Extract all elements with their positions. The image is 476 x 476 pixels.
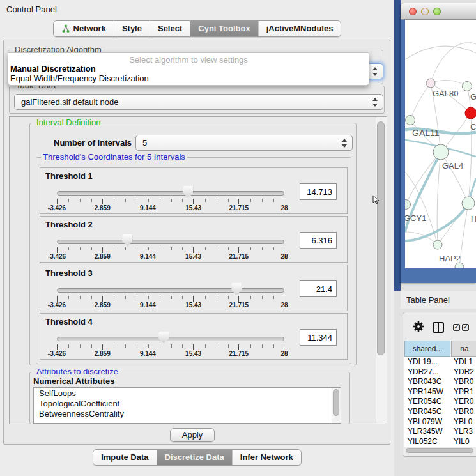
control-panel: Control Panel ✖ Network Style Select Cyn… (0, 0, 394, 476)
attributes-scrollbar-thumb[interactable] (333, 389, 339, 416)
tab-infer-network[interactable]: Infer Network (232, 450, 301, 465)
tick-label: -3.426 (48, 302, 66, 309)
list-item[interactable]: TopologicalCoefficient (34, 398, 341, 408)
list-item[interactable]: SelfLoops (34, 388, 341, 398)
node-table[interactable]: YDL19...YDL1 YDR27...YDR2 YBR043CYBR0 YP… (404, 357, 476, 447)
table-row[interactable]: YDR27...YDR2 (404, 367, 476, 378)
threshold-1-panel: Threshold 1 -3.426 2.859 9.144 15.43 21.… (40, 167, 348, 214)
tab-impute-data[interactable]: Impute Data (93, 450, 156, 465)
threshold-3-label: Threshold 3 (45, 268, 93, 278)
network-node[interactable] (462, 197, 475, 210)
network-node[interactable] (405, 200, 411, 210)
threshold-1-slider[interactable] (57, 191, 284, 196)
threshold-2-slider-thumb[interactable] (122, 234, 132, 247)
tick-label: 2.859 (95, 253, 111, 260)
node-label: GCY1 (405, 213, 426, 223)
interval-definition-label: Interval Definition (35, 118, 102, 127)
slider-ticks (57, 199, 284, 204)
minimize-traffic-light[interactable] (421, 8, 429, 15)
node-label: GAL11 (412, 128, 440, 138)
tick-label: 15.43 (185, 253, 201, 260)
tab-discretize-data[interactable]: Discretize Data (157, 450, 232, 465)
attributes-group-label: Attributes to discretize (35, 367, 120, 376)
dropdown-option-equal-width[interactable]: Equal Width/Frequency Discretization (8, 73, 369, 83)
threshold-4-value-field[interactable] (300, 329, 337, 346)
table-row[interactable]: YER054CYER0 (404, 397, 476, 407)
network-node[interactable] (426, 79, 435, 88)
tick-label: 9.144 (140, 204, 156, 211)
table-row[interactable]: YIL052CYIL0 (404, 437, 476, 447)
tick-label: 28 (280, 302, 288, 309)
tick-label: 28 (280, 204, 288, 211)
settings-scrollbar-thumb[interactable] (377, 121, 385, 355)
checkbox-icon[interactable]: ✓ (462, 324, 469, 331)
network-node[interactable] (433, 240, 442, 249)
tab-cyni-toolbox[interactable]: Cyni Toolbox (190, 21, 257, 36)
threshold-4-slider[interactable] (57, 337, 284, 341)
mouse-cursor (372, 195, 380, 204)
stepper-arrows-icon (342, 139, 348, 148)
table-row[interactable]: YPR145WYPR1 (404, 387, 476, 397)
numerical-attributes-label: Numerical Attributes (33, 376, 114, 386)
bottom-tabbar: Impute Data Discretize Data Infer Networ… (0, 449, 394, 466)
table-panel-title: Table Panel (406, 295, 450, 305)
network-icon (61, 24, 70, 33)
tick-label: -3.426 (48, 204, 66, 211)
node-label-clipped: GA (470, 92, 476, 102)
network-window-titlebar[interactable] (401, 3, 476, 20)
numerical-attributes-list[interactable]: SelfLoops TopologicalCoefficient Between… (33, 387, 341, 424)
node-label: HAP2 (439, 254, 461, 263)
network-node[interactable] (463, 82, 472, 91)
table-row[interactable]: YDL19...YDL1 (404, 357, 476, 367)
tick-label: -3.426 (48, 253, 66, 260)
threshold-4-label: Threshold 4 (45, 317, 93, 326)
number-of-intervals-combobox[interactable]: 5 (135, 135, 353, 151)
threshold-2-value-field[interactable] (300, 232, 337, 249)
tick-label: 2.859 (95, 204, 111, 211)
tick-label: 28 (280, 350, 288, 357)
slider-ticks (57, 296, 284, 302)
gear-icon[interactable] (413, 321, 424, 332)
tab-style[interactable]: Style (114, 21, 150, 36)
network-node[interactable] (455, 263, 464, 268)
tick-label: 9.144 (140, 253, 156, 260)
desktop-background (394, 0, 401, 291)
table-row[interactable]: YLR345WYLR3 (404, 427, 476, 437)
threshold-1-value-field[interactable] (300, 183, 337, 200)
split-panel-icon[interactable] (433, 322, 444, 333)
tab-network[interactable]: Network (54, 21, 114, 36)
table-row[interactable]: YBL079WYBL0 (404, 417, 476, 427)
tab-jactivemnodules[interactable]: jActiveMNodules (258, 21, 341, 36)
top-tabbar: Network Style Select Cyni Toolbox jActiv… (0, 20, 394, 37)
tick-label: 15.43 (185, 302, 201, 309)
node-label-clipped: C (470, 122, 476, 132)
algorithm-dropdown-popup: Select algorithm to view settings Manual… (8, 52, 369, 86)
network-node[interactable] (433, 144, 449, 160)
apply-button[interactable]: Apply (170, 428, 215, 442)
threshold-1-slider-thumb[interactable] (183, 186, 193, 198)
number-of-intervals-label: Number of Intervals (54, 138, 132, 148)
threshold-3-slider-thumb[interactable] (231, 283, 242, 295)
threshold-3-slider[interactable] (57, 288, 284, 293)
table-data-combobox[interactable]: galFiltered.sif default node (14, 94, 383, 110)
column-header-name[interactable]: na (451, 341, 476, 357)
dropdown-option-manual[interactable]: Manual Discretization (8, 64, 369, 73)
table-row[interactable]: YBR045CYBR0 (404, 407, 476, 417)
table-row[interactable]: YBR043CYBR0 (404, 377, 476, 387)
threshold-2-slider[interactable] (57, 240, 284, 244)
list-item[interactable]: BetweennessCentrality (34, 408, 341, 418)
network-canvas[interactable]: GAL80 GAL11 GAL4 GCY1 HAP2 GA C H (405, 20, 476, 268)
close-traffic-light[interactable] (409, 8, 417, 15)
threshold-4-slider-thumb[interactable] (158, 332, 169, 344)
column-header-shared[interactable]: shared... (404, 341, 450, 357)
tab-select[interactable]: Select (150, 21, 190, 36)
network-node-selected[interactable] (465, 107, 476, 119)
threshold-3-value-field[interactable] (300, 280, 337, 297)
node-label-clipped: H (471, 214, 476, 224)
network-node[interactable] (406, 116, 415, 125)
node-label: GAL4 (442, 161, 463, 171)
table-hscrollbar-thumb[interactable] (406, 448, 473, 453)
checkbox-icon[interactable]: ✓ (453, 324, 460, 331)
zoom-traffic-light[interactable] (433, 8, 441, 15)
threshold-1-label: Threshold 1 (45, 171, 93, 181)
